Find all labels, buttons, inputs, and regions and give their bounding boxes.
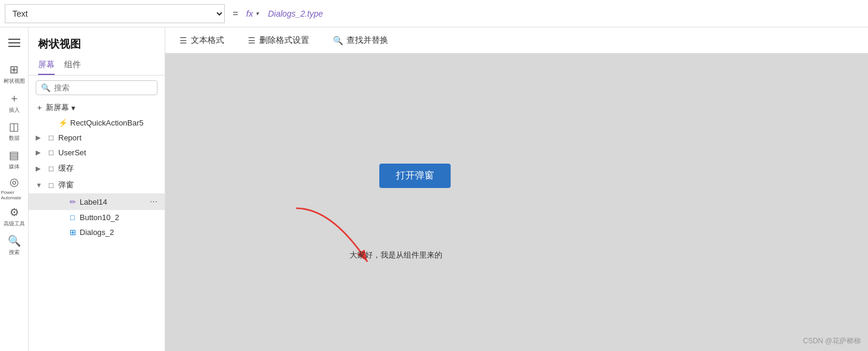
power-automate-label: Power Automate: [1, 190, 27, 200]
sidebar-item-power-automate[interactable]: ◎ Power Automate: [1, 175, 27, 201]
tree-item-rectquickactionbar5[interactable]: ⚡ RectQuickActionBar5: [29, 115, 165, 130]
find-replace-label: 查找并替换: [347, 35, 388, 46]
canvas-area: 打开弹窗 大家好，我是从组件里来的 CSDN @花萨榔柳: [165, 54, 868, 351]
report-icon: □: [46, 133, 56, 142]
tab-components[interactable]: 组件: [64, 56, 81, 75]
tree-search-bar: 🔍: [36, 80, 158, 95]
annotation-text: 大家好，我是从组件里来的: [350, 250, 442, 261]
label14-icon: ✏: [68, 198, 77, 206]
tree-view-label: 树状视图: [4, 77, 25, 85]
text-format-button[interactable]: ☰ 文本格式: [175, 33, 229, 48]
label14-more-button[interactable]: ···: [150, 196, 158, 207]
find-replace-icon: 🔍: [333, 36, 343, 45]
advanced-tools-label: 高级工具: [4, 220, 25, 228]
button10-label: Button10_2: [80, 213, 158, 222]
find-replace-button[interactable]: 🔍 查找并替换: [328, 33, 393, 48]
insert-label: 插入: [9, 106, 20, 114]
watermark: CSDN @花萨榔柳: [803, 336, 861, 346]
formula-expression[interactable]: Dialogs_2.type: [263, 9, 863, 18]
sidebar-item-search[interactable]: 🔍 搜索: [1, 232, 27, 258]
main-layout: ⊞ 树状视图 ＋ 插入 ◫ 数据 ▤ 媒体 ◎ Power Automate ⚙…: [0, 27, 868, 351]
tree-items-list: ⚡ RectQuickActionBar5 ▶ □ Report ▶ □ Use…: [29, 115, 165, 351]
rectquickactionbar-icon: ⚡: [58, 118, 68, 127]
tree-item-cache[interactable]: ▶ □ 缓存: [29, 160, 165, 177]
sidebar-item-advanced-tools[interactable]: ⚙ 高级工具: [1, 203, 27, 230]
fx-chevron: ▾: [256, 10, 259, 17]
expand-arrow-report: ▶: [36, 134, 44, 142]
sidebar-item-tree-view[interactable]: ⊞ 树状视图: [1, 61, 27, 87]
dialog-label: 弹窗: [58, 180, 158, 190]
power-automate-icon: ◎: [10, 175, 19, 189]
tree-item-report[interactable]: ▶ □ Report: [29, 130, 165, 145]
tree-panel-title: 树状视图: [29, 27, 165, 56]
tree-item-userset[interactable]: ▶ □ UserSet: [29, 145, 165, 160]
tree-search-input[interactable]: [54, 83, 152, 92]
new-screen-label: 新屏幕: [46, 102, 69, 113]
tab-screens[interactable]: 屏幕: [38, 56, 55, 75]
cache-label: 缓存: [58, 163, 158, 174]
text-format-icon: ☰: [180, 36, 187, 45]
tree-item-button10-2[interactable]: □ Button10_2: [29, 210, 165, 225]
equals-sign: =: [229, 8, 241, 19]
dialog-icon: □: [46, 181, 56, 190]
annotation-arrow: [284, 202, 379, 274]
dialogs2-label: Dialogs_2: [80, 228, 158, 237]
left-sidebar: ⊞ 树状视图 ＋ 插入 ◫ 数据 ▤ 媒体 ◎ Power Automate ⚙…: [0, 27, 29, 351]
search-label: 搜索: [9, 249, 20, 256]
tree-panel: 树状视图 屏幕 组件 🔍 ＋ 新屏幕 ▾ ⚡ RectQuickActionBa…: [29, 27, 165, 351]
open-dialog-button[interactable]: 打开弹窗: [379, 164, 451, 188]
sidebar-item-data[interactable]: ◫ 数据: [1, 118, 27, 144]
expand-arrow-userset: ▶: [36, 149, 44, 156]
label14-label: Label14: [80, 198, 147, 206]
tree-panel-tabs: 屏幕 组件: [29, 56, 165, 76]
rectquickactionbar-label: RectQuickActionBar5: [70, 118, 158, 127]
hamburger-icon: [8, 39, 20, 47]
search-sidebar-icon: 🔍: [8, 234, 21, 247]
delete-format-button[interactable]: ☰ 删除格式设置: [243, 33, 314, 48]
dialogs2-icon: ⊞: [68, 228, 77, 237]
hamburger-menu[interactable]: [1, 32, 27, 54]
formula-select[interactable]: Text: [5, 4, 225, 23]
tree-item-dialogs2[interactable]: ⊞ Dialogs_2: [29, 225, 165, 240]
userset-label: UserSet: [58, 148, 158, 157]
tree-view-icon: ⊞: [10, 63, 18, 76]
sidebar-item-insert[interactable]: ＋ 插入: [1, 89, 27, 115]
advanced-tools-icon: ⚙: [10, 206, 19, 219]
tree-search-icon: 🔍: [41, 83, 51, 92]
button10-icon: □: [68, 213, 77, 222]
canvas-toolbar: ☰ 文本格式 ☰ 删除格式设置 🔍 查找并替换: [165, 27, 868, 54]
userset-icon: □: [46, 148, 56, 157]
formula-bar: Text = fx ▾ Dialogs_2.type: [0, 0, 868, 27]
expand-arrow-dialog: ▼: [36, 181, 44, 189]
sidebar-item-media[interactable]: ▤ 媒体: [1, 146, 27, 173]
insert-icon: ＋: [9, 91, 20, 105]
new-screen-button[interactable]: ＋ 新屏幕 ▾: [29, 100, 165, 115]
right-content: ☰ 文本格式 ☰ 删除格式设置 🔍 查找并替换 打开弹窗: [165, 27, 868, 351]
cache-icon: □: [46, 164, 56, 173]
tree-item-dialog[interactable]: ▼ □ 弹窗: [29, 177, 165, 193]
fx-button[interactable]: fx ▾: [246, 8, 259, 18]
report-label: Report: [58, 133, 158, 142]
new-screen-plus-icon: ＋: [36, 102, 43, 113]
expand-arrow-cache: ▶: [36, 165, 44, 173]
media-icon: ▤: [9, 149, 19, 162]
data-icon: ◫: [9, 120, 19, 133]
text-format-label: 文本格式: [191, 35, 224, 46]
delete-format-label: 删除格式设置: [259, 35, 309, 46]
canvas-content: 打开弹窗 大家好，我是从组件里来的 CSDN @花萨榔柳: [165, 54, 868, 351]
media-label: 媒体: [9, 163, 20, 171]
data-label: 数据: [9, 134, 20, 142]
delete-format-icon: ☰: [248, 36, 256, 45]
tree-item-label14[interactable]: ✏ Label14 ···: [29, 193, 165, 210]
new-screen-chevron: ▾: [71, 104, 76, 112]
